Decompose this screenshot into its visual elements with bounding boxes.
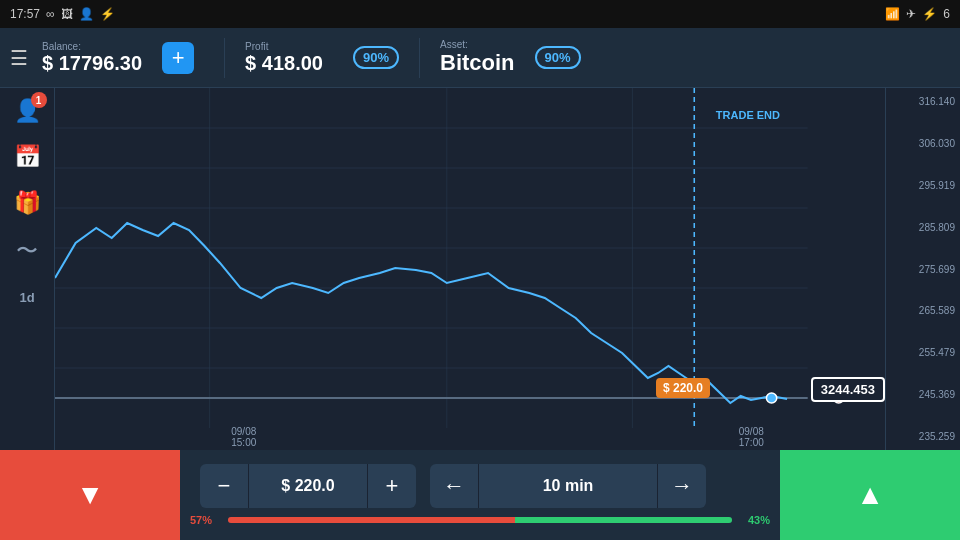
green-pct-label: 43% — [740, 514, 770, 526]
asset-label: Asset: — [440, 39, 515, 50]
price-level-3: 295.919 — [891, 180, 955, 191]
progress-green-fill — [515, 517, 732, 523]
balance-section: Balance: $ 17796.30 — [42, 41, 142, 75]
buy-arrow-icon: ▲ — [856, 479, 884, 511]
price-level-9: 235.259 — [891, 431, 955, 442]
sidebar: 1 👤 📅 🎁 〜 1d — [0, 88, 55, 450]
profit-value: $ 418.00 — [245, 52, 323, 75]
price-level-2: 306.030 — [891, 138, 955, 149]
person-icon: 👤 — [79, 7, 94, 21]
chart-icon: 〜 — [16, 236, 38, 266]
bolt-icon: ⚡ — [922, 7, 937, 21]
add-button[interactable]: + — [162, 42, 194, 74]
controls-row: − $ 220.0 + ← 10 min → — [190, 464, 770, 508]
battery-level: 6 — [943, 7, 950, 21]
profit-label: Profit — [245, 41, 323, 52]
time-label-2: 09/0817:00 — [739, 426, 764, 448]
chart-area: TRADE END $ 220.0 3244.453 09/0815:00 09… — [55, 88, 885, 450]
header: ☰ Balance: $ 17796.30 + Profit $ 418.00 … — [0, 28, 960, 88]
svg-point-13 — [766, 393, 776, 403]
asset-section: Asset: Bitcoin — [440, 39, 515, 76]
amount-section: − $ 220.0 + — [200, 464, 416, 508]
status-bar: 17:57 ∞ 🖼 👤 ⚡ 📶 ✈ ⚡ 6 — [0, 0, 960, 28]
amount-display: $ 220.0 — [248, 464, 368, 508]
menu-icon[interactable]: ☰ — [10, 46, 28, 70]
airplane-icon: ✈ — [906, 7, 916, 21]
sidebar-item-notifications[interactable]: 1 👤 — [14, 98, 41, 124]
asset-name: Bitcoin — [440, 50, 515, 76]
progress-row: 57% 43% — [190, 514, 770, 526]
asset-pct-badge: 90% — [535, 46, 581, 69]
time-prev-button[interactable]: ← — [430, 464, 478, 508]
price-chart — [55, 88, 885, 450]
balance-value: $ 17796.30 — [42, 52, 142, 75]
price-tag: $ 220.0 — [656, 378, 710, 398]
price-level-7: 255.479 — [891, 347, 955, 358]
sidebar-item-gift[interactable]: 🎁 — [14, 190, 41, 216]
sidebar-item-analytics[interactable]: 〜 — [16, 236, 38, 266]
wifi-icon: 📶 — [885, 7, 900, 21]
status-left: 17:57 ∞ 🖼 👤 ⚡ — [10, 7, 115, 21]
profit-pct-badge: 90% — [353, 46, 399, 69]
sidebar-item-timeframe[interactable]: 1d — [19, 286, 34, 305]
time-section: ← 10 min → — [430, 464, 706, 508]
sidebar-item-calendar[interactable]: 📅 — [14, 144, 41, 170]
divider-2 — [419, 38, 420, 78]
main-area: 1 👤 📅 🎁 〜 1d — [0, 88, 960, 450]
minus-button[interactable]: − — [200, 464, 248, 508]
notification-badge: 1 — [31, 92, 47, 108]
trade-controls-section: − $ 220.0 + ← 10 min → 57% 43% — [180, 464, 780, 526]
plus-button[interactable]: + — [368, 464, 416, 508]
sell-arrow-icon: ▼ — [76, 479, 104, 511]
time-display: 10 min — [478, 464, 658, 508]
price-scale: 316.140 306.030 295.919 285.809 275.699 … — [885, 88, 960, 450]
buy-button[interactable]: ▲ — [780, 450, 960, 540]
balance-label: Balance: — [42, 41, 142, 52]
sell-button[interactable]: ▼ — [0, 450, 180, 540]
time-labels: 09/0815:00 09/0817:00 — [110, 426, 885, 448]
bottom-controls: ▼ − $ 220.0 + ← 10 min → 57% 43% — [0, 450, 960, 540]
progress-bar — [228, 517, 732, 523]
timeframe-label: 1d — [19, 290, 34, 305]
price-level-1: 316.140 — [891, 96, 955, 107]
current-price-tag: 3244.453 — [811, 377, 885, 402]
progress-red-fill — [228, 517, 515, 523]
price-level-6: 265.589 — [891, 305, 955, 316]
price-level-5: 275.699 — [891, 264, 955, 275]
trade-end-label: TRADE END — [716, 108, 780, 122]
infinity-icon: ∞ — [46, 7, 55, 21]
divider-1 — [224, 38, 225, 78]
time-next-button[interactable]: → — [658, 464, 706, 508]
profit-section: Profit $ 418.00 — [245, 41, 323, 75]
price-level-8: 245.369 — [891, 389, 955, 400]
status-right: 📶 ✈ ⚡ 6 — [885, 7, 950, 21]
price-level-4: 285.809 — [891, 222, 955, 233]
usb-icon: ⚡ — [100, 7, 115, 21]
time-display: 17:57 — [10, 7, 40, 21]
time-label-1: 09/0815:00 — [231, 426, 256, 448]
calendar-icon: 📅 — [14, 144, 41, 170]
red-pct-label: 57% — [190, 514, 220, 526]
gift-icon: 🎁 — [14, 190, 41, 216]
image-icon: 🖼 — [61, 7, 73, 21]
